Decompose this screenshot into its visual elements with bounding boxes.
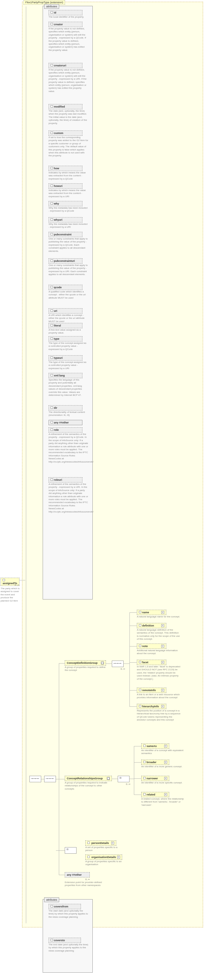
cdg-child-note[interactable]: note+ [137, 644, 166, 649]
expand-icon[interactable]: + [164, 761, 167, 764]
attr-role[interactable]: role [49, 427, 82, 433]
attr-desc: One or many constraints that apply to pu… [49, 264, 88, 276]
attr-icon [51, 374, 53, 376]
attr-desc: If the property value is not defined, sp… [49, 27, 88, 52]
cdg-child-hierarchyInfo[interactable]: hierarchyInfo+ [137, 704, 166, 709]
conn [112, 779, 118, 779]
expand-icon[interactable]: + [161, 624, 164, 627]
attr-modified[interactable]: modified [49, 104, 82, 109]
attr-pubconstraint[interactable]: pubconstraint [49, 232, 82, 237]
conn [129, 625, 137, 626]
conn [56, 850, 65, 851]
attr-desc: The end date (and optionally the time) b… [49, 943, 88, 952]
child-desc: A natural language name for the concept. [137, 615, 180, 618]
attr-icon [51, 324, 53, 326]
attr-icon [51, 286, 53, 288]
attr-id[interactable]: id [49, 10, 82, 15]
person-desc: A set of properties specific to a person [85, 846, 124, 852]
attr-icon [51, 167, 53, 169]
attr-label: creatoruri [54, 64, 66, 67]
attr-howuri[interactable]: howuri [49, 183, 82, 189]
expand-icon[interactable]: + [164, 777, 167, 780]
attr-icon [51, 337, 53, 340]
expand-icon[interactable]: + [111, 842, 114, 845]
expand-icon[interactable]: + [161, 705, 164, 708]
attr-qcode[interactable]: qcode [49, 285, 82, 290]
attr-icon [51, 233, 53, 235]
attr-label: role [54, 428, 59, 431]
attr-label: how [54, 167, 59, 170]
cdg-child-definition[interactable]: definition+ [137, 623, 166, 628]
attr-how[interactable]: how [49, 166, 82, 171]
attr-dir[interactable]: dir [49, 405, 82, 410]
attr-label: qcode [54, 286, 62, 289]
expand-icon[interactable]: ▢ [101, 662, 104, 664]
conn [59, 663, 65, 663]
crg-child-related[interactable]: related+ [141, 792, 169, 797]
attr2-coversto[interactable]: coversto [49, 938, 81, 943]
element-icon [139, 705, 141, 707]
attr-whyuri[interactable]: whyuri [49, 217, 82, 223]
cdg-sequence: ⊸⊸⊸ [112, 660, 124, 667]
cdg-child-name[interactable]: name+ [137, 610, 166, 615]
person-org-choice: ⊟ [65, 847, 77, 854]
attr-anyother[interactable]: any ##other [49, 420, 82, 425]
attr-label: pubconstraint [54, 233, 72, 236]
attr2-coversfrom[interactable]: coversfrom [49, 904, 81, 909]
expand-icon[interactable]: ▢ [107, 777, 110, 780]
attr-why[interactable]: why [49, 201, 82, 206]
attr-hdr-label: attributes [46, 5, 57, 8]
attr-label: xml:lang [54, 374, 65, 377]
attr-uri[interactable]: uri [49, 308, 82, 313]
element-icon [3, 579, 5, 581]
crg-child-sameAs[interactable]: sameAs+ [141, 743, 169, 749]
element-icon [143, 793, 146, 795]
any-other[interactable]: any ##other [65, 872, 90, 877]
crg-choice: ⊟ [118, 776, 129, 782]
inner-sequence: ⊸⊸⊸ [44, 776, 56, 782]
root-card: 0..∞ [15, 584, 19, 586]
attr-custom[interactable]: custom [49, 130, 82, 136]
attr-pubconstrainturi[interactable]: pubconstrainturi [49, 258, 82, 264]
ext-name-label: Flex1PartyPropType (extension) [25, 1, 63, 4]
attr-label: custom [54, 132, 63, 135]
attr-label: howuri [54, 185, 63, 188]
attr-creator[interactable]: creator [49, 22, 82, 27]
expand-icon[interactable]: + [164, 745, 167, 748]
attr-roleuri[interactable]: roleuri [49, 477, 82, 482]
cdg-child-facet[interactable]: facet+ [137, 660, 166, 665]
concept-definition-group[interactable]: ConceptDefinitionGroup ▢ [65, 660, 106, 666]
expand-icon[interactable]: + [161, 689, 164, 692]
child-desc: In NAR 1.8 and later: 'facet' is depreca… [137, 665, 181, 681]
attr-desc: The local identifier of the property. [49, 16, 84, 19]
expand-icon[interactable]: + [161, 645, 164, 648]
cdg-child-remoteInfo[interactable]: remoteInfo+ [137, 687, 166, 693]
person-details[interactable]: personDetails + [85, 840, 116, 846]
crg-child-broader[interactable]: broader+ [141, 760, 169, 765]
attr-label: typeuri [54, 356, 63, 360]
crg-child-narrower[interactable]: narrower+ [141, 776, 169, 781]
concept-relationships-group[interactable]: ConceptRelationshipsGroup ▢ [65, 776, 112, 781]
organisation-details[interactable]: organisationDetails + [85, 854, 122, 860]
conn [134, 746, 141, 746]
expand-icon[interactable]: + [117, 856, 120, 859]
expand-icon[interactable]: + [164, 793, 167, 796]
element-icon [143, 777, 146, 779]
attr-icon [51, 11, 53, 14]
attr-type[interactable]: type [49, 336, 82, 342]
attr-typeuri[interactable]: typeuri [49, 355, 82, 361]
attr-creatoruri[interactable]: creatoruri [49, 63, 82, 68]
attr-icon [51, 64, 53, 67]
attr-label: modified [54, 105, 65, 108]
element-icon [139, 689, 141, 691]
conn [129, 662, 137, 663]
crg-desc: A group of properties required to indica… [65, 781, 112, 791]
conn [134, 778, 141, 779]
child-desc: Additional natural language information … [137, 649, 181, 655]
expand-icon[interactable]: + [161, 661, 164, 664]
attr-icon [51, 185, 53, 187]
attr-xmllang[interactable]: xml:lang [49, 373, 82, 378]
child-desc: An identifier of a concept with equivale… [141, 749, 185, 755]
expand-icon[interactable]: + [161, 611, 164, 614]
attr-literal[interactable]: literal [49, 323, 82, 328]
